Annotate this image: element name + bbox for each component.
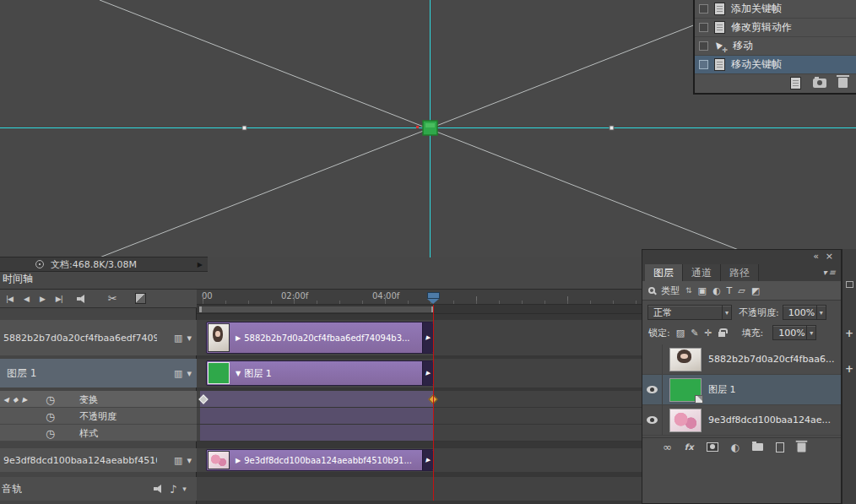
tab-channels[interactable]: 通道 [683, 264, 721, 281]
track-filmstrip-icon[interactable]: ▥ [174, 333, 182, 344]
layer-clip-selected[interactable]: ▼ 图层 1 ▶ [206, 360, 434, 386]
new-layer-icon[interactable] [776, 442, 784, 453]
filter-smart-objects-icon[interactable]: ◩ [751, 285, 760, 296]
video-clip[interactable]: ▶ 5882b2b7d0a20cf4fbaa6edf74094b3... ▶ [206, 322, 434, 354]
clip-duration-tint [200, 391, 434, 407]
lock-all-icon[interactable] [718, 332, 725, 337]
mute-audio-button[interactable] [77, 295, 87, 303]
add-keyframe-button[interactable]: ◆ [13, 395, 18, 403]
timeline-panel-tab[interactable]: 时间轴 [3, 272, 33, 286]
status-flyout-arrow[interactable]: ▶ [198, 261, 203, 268]
track-menu-dropdown-icon[interactable]: ▾ [187, 455, 192, 466]
delete-state-button[interactable] [838, 78, 848, 88]
dock-add-icon[interactable]: + [845, 328, 853, 339]
filter-pixel-layers-icon[interactable]: ▣ [698, 285, 707, 296]
next-keyframe-button[interactable]: ▶ [22, 395, 27, 403]
lock-options-row: 锁定: ▨ ✎ ✛ 填充: 100% ▾ [642, 322, 841, 344]
audio-menu-dropdown-icon[interactable]: ▾ [182, 485, 187, 493]
clip-arrow-icon: ▶ [425, 457, 430, 463]
history-brush-checkbox[interactable] [699, 23, 708, 32]
play-button[interactable]: ▶ [40, 295, 45, 303]
history-state-row[interactable]: 移动 [695, 37, 856, 56]
opacity-input[interactable]: 100% ▾ [783, 305, 826, 320]
dock-add-icon[interactable]: + [845, 364, 853, 374]
create-snapshot-button[interactable] [813, 79, 826, 88]
video-clip[interactable]: ▶ 9e3df8dcd100baa124aeabbf4510b91... ▶ [206, 449, 434, 471]
filter-kind-dropdown[interactable]: 类型 [661, 285, 680, 297]
track-header-video2[interactable]: 9e3df8dcd100baa124aeabbf4510b... ▥ ▾ [0, 448, 197, 472]
track-filmstrip-icon[interactable]: ▥ [174, 455, 182, 466]
first-frame-button[interactable]: |◀ [6, 295, 13, 303]
split-at-playhead-button[interactable]: ✂ [108, 292, 117, 305]
layer-row-selected[interactable]: 图层 1 [642, 375, 841, 405]
visibility-toggle[interactable] [642, 375, 663, 404]
transition-button[interactable] [135, 293, 146, 304]
transform-side-handle[interactable] [242, 126, 247, 130]
visibility-toggle[interactable] [642, 344, 663, 374]
panel-menu-icon[interactable]: ▾ ≡ [823, 268, 836, 277]
lock-position-icon[interactable]: ✛ [704, 328, 712, 339]
history-state-row[interactable]: 添加关键帧 [695, 0, 856, 19]
clip-thumbnail-green [208, 362, 230, 384]
layer-style-fx-icon[interactable]: fx [685, 442, 694, 452]
work-area-bar[interactable] [199, 306, 434, 312]
history-brush-checkbox[interactable] [699, 41, 708, 51]
track-header-layer1-selected[interactable]: 图层 1 ▥ ▾ [0, 359, 197, 387]
prev-keyframe-button[interactable]: ◀ [3, 395, 8, 403]
track-filmstrip-icon[interactable]: ▥ [174, 368, 182, 379]
track-menu-dropdown-icon[interactable]: ▾ [187, 333, 192, 344]
add-mask-icon[interactable] [707, 442, 718, 452]
new-group-icon[interactable] [752, 443, 763, 451]
clip-collapse-icon[interactable]: ▼ [236, 370, 241, 377]
prev-frame-button[interactable]: ◀ [24, 295, 29, 303]
audio-track-header[interactable]: 音轨 ♪ ▾ [0, 477, 197, 501]
reference-point-icon [416, 126, 419, 128]
adjustment-layer-icon[interactable]: ◐ [731, 442, 740, 453]
history-state-row[interactable]: 修改剪辑动作 [695, 19, 856, 37]
visibility-toggle[interactable] [642, 405, 663, 435]
layer-thumbnail[interactable] [669, 378, 702, 402]
clip-trim-control[interactable]: ▶ [422, 322, 433, 353]
music-note-icon[interactable]: ♪ [170, 483, 176, 496]
property-row-transform[interactable]: ◀ ◆ ▶ ◷ 变换 [0, 391, 197, 408]
clip-trim-control[interactable]: ▶ [422, 450, 433, 470]
collapse-panels-icon[interactable]: « [813, 251, 819, 262]
track-menu-dropdown-icon[interactable]: ▾ [187, 368, 192, 379]
history-brush-checkbox[interactable] [699, 60, 708, 69]
new-document-from-state-button[interactable] [790, 77, 801, 89]
link-layers-icon[interactable]: ∞ [663, 441, 672, 453]
playhead[interactable] [427, 292, 440, 299]
fill-input[interactable]: 100% ▾ [772, 325, 816, 340]
property-row-opacity[interactable]: ◷ 不透明度 [0, 408, 197, 425]
clip-expand-icon[interactable]: ▶ [236, 334, 241, 342]
lock-pixels-icon[interactable]: ✎ [691, 328, 698, 339]
history-state-row-selected[interactable]: 移动关键帧 [695, 56, 856, 74]
filter-shape-layers-icon[interactable]: ▱ [738, 285, 745, 296]
opacity-value: 100% [788, 307, 815, 318]
clip-expand-icon[interactable]: ▶ [236, 457, 241, 464]
filter-type-layers-icon[interactable]: T [727, 285, 733, 296]
layer-row[interactable]: 5882b2b7d0a20cf4fbaa6... [642, 344, 841, 375]
transform-center-handle[interactable] [423, 121, 437, 135]
transform-side-handle[interactable] [609, 126, 614, 130]
layer-thumbnail[interactable] [669, 348, 702, 371]
stopwatch-icon[interactable]: ◷ [46, 409, 55, 422]
property-row-style[interactable]: ◷ 样式 [0, 425, 197, 442]
dock-panel-icon[interactable] [846, 281, 853, 288]
tab-layers[interactable]: 图层 [645, 264, 683, 281]
delete-layer-icon[interactable] [798, 442, 806, 452]
stopwatch-icon[interactable]: ◷ [46, 426, 55, 439]
track-header-video1[interactable]: 5882b2b7d0a20cf4fbaa6edf74094... ▥ ▾ [0, 320, 197, 355]
audio-speaker-icon[interactable] [154, 485, 164, 493]
close-panel-icon[interactable]: × [826, 251, 833, 262]
clip-trim-control[interactable]: ▶ [422, 361, 433, 385]
lock-transparency-icon[interactable]: ▨ [676, 328, 685, 339]
tab-paths[interactable]: 路径 [721, 264, 759, 281]
filter-adjustment-layers-icon[interactable]: ◐ [712, 285, 721, 296]
stopwatch-icon[interactable]: ◷ [46, 393, 55, 405]
history-brush-checkbox[interactable] [699, 4, 708, 14]
next-frame-button[interactable]: ▶| [56, 295, 62, 303]
layer-thumbnail[interactable] [669, 409, 702, 432]
layer-row[interactable]: 9e3df8dcd100baa124ae... [642, 405, 841, 436]
blend-mode-select[interactable]: 正常 ▾ [647, 305, 732, 320]
